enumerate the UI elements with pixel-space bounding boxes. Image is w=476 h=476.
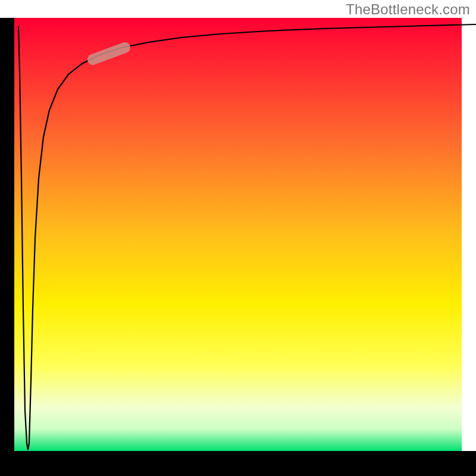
axis-bottom-bar [0,451,476,476]
chart-stage: TheBottleneck.com [0,0,476,476]
axis-left-bar [0,18,14,458]
plot-background [14,18,462,451]
watermark-text: TheBottleneck.com [346,1,470,18]
chart-svg [0,0,476,476]
